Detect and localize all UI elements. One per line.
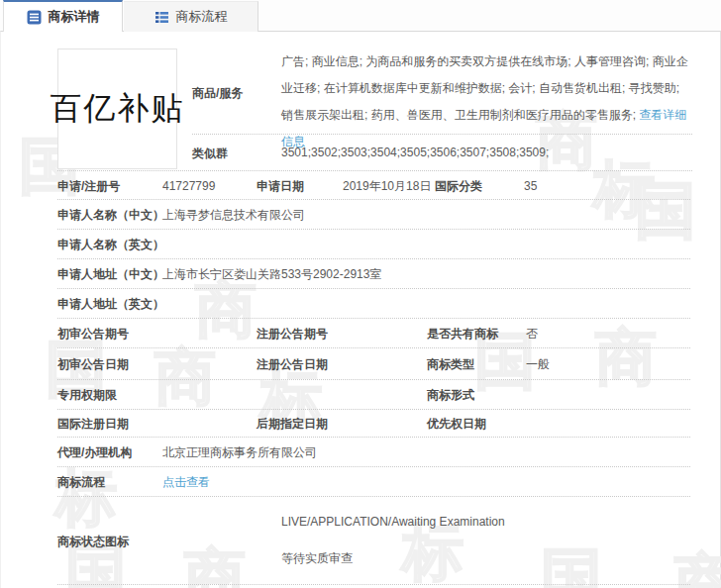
- mark-type-label: 商标类型: [427, 356, 474, 373]
- first-notice-no-label: 初审公告期号: [57, 326, 129, 343]
- applicant-cn-value: 上海寻梦信息技术有限公司: [162, 207, 305, 224]
- intl-class-label: 国际分类: [435, 177, 482, 194]
- apply-date-value: 2019年10月18日: [343, 177, 431, 194]
- reg-notice-date-label: 注册公告日期: [257, 356, 328, 373]
- shared-mark-value: 否: [526, 326, 538, 343]
- trademark-logo-text: 百亿补贴: [51, 87, 185, 131]
- field-row-address-cn: 申请人地址（中文） 上海市长宁区娄山关路533号2902-2913室: [1, 259, 720, 289]
- reg-notice-no-label: 注册公告期号: [257, 326, 328, 343]
- status-line-chinese: 等待实质审查: [281, 550, 353, 567]
- trademark-image: 百亿补贴: [57, 49, 177, 169]
- priority-date-label: 优先权日期: [427, 416, 486, 433]
- field-row-intl-dates: 国际注册日期 后期指定日期 优先权日期: [1, 410, 720, 438]
- intl-class-value: 35: [524, 179, 537, 193]
- tab-bar: 商标详情 商标流程: [0, 0, 721, 31]
- tab-trademark-process[interactable]: 商标流程: [124, 1, 258, 32]
- tab-process-label: 商标流程: [176, 8, 228, 26]
- similar-group-label: 类似群: [192, 146, 228, 162]
- address-cn-label: 申请人地址（中文）: [57, 266, 164, 283]
- field-row-agency: 代理/办理机构 北京正理商标事务所有限公司: [1, 438, 720, 467]
- reg-number-value: 41727799: [162, 179, 215, 193]
- applicant-cn-label: 申请人名称（中文）: [57, 207, 164, 224]
- field-row-process: 商标流程 点击查看: [1, 467, 720, 497]
- mark-form-label: 商标形式: [427, 387, 474, 404]
- field-row-exclusive-period: 专用权期限 商标形式: [1, 380, 720, 410]
- applicant-en-label: 申请人名称（英文）: [57, 237, 164, 253]
- status-label: 商标状态图标: [57, 533, 129, 549]
- status-line-english: LIVE/APPLICATION/Awaiting Examination: [281, 515, 505, 529]
- field-row-address-en: 申请人地址（英文）: [1, 289, 720, 319]
- address-en-label: 申请人地址（英文）: [57, 296, 164, 313]
- field-row-status: 商标状态图标 LIVE/APPLICATION/Awaiting Examina…: [1, 497, 720, 585]
- process-label: 商标流程: [57, 474, 105, 491]
- address-cn-value: 上海市长宁区娄山关路533号2902-2913室: [162, 266, 381, 283]
- process-view-link[interactable]: 点击查看: [162, 474, 210, 491]
- goods-services-text: 广告; 商业信息; 为商品和服务的买卖双方提供在线市场; 人事管理咨询; 商业企…: [281, 49, 693, 155]
- similar-group-value: 3501;3502;3503;3504;3505;3506;3507;3508;…: [281, 146, 549, 159]
- field-row-notice-numbers: 初审公告期号 注册公告期号 是否共有商标 否: [1, 319, 720, 348]
- clipboard-list-icon: [27, 10, 42, 25]
- goods-services-label: 商品/服务: [192, 85, 243, 102]
- tab-details-label: 商标详情: [49, 8, 100, 26]
- mark-overview-section: 百亿补贴 商品/服务 广告; 商业信息; 为商品和服务的买卖双方提供在线市场; …: [1, 32, 720, 171]
- list-icon: [154, 10, 169, 25]
- agency-label: 代理/办理机构: [57, 444, 132, 461]
- field-row-applicant-name-en: 申请人名称（英文）: [1, 230, 720, 259]
- apply-date-label: 申请日期: [257, 177, 304, 194]
- shared-mark-label: 是否共有商标: [427, 326, 498, 343]
- exclusive-period-label: 专用权期限: [57, 387, 117, 404]
- mark-type-value: 一般: [526, 356, 550, 373]
- field-row-notice-dates: 初审公告日期 注册公告日期 商标类型 一般: [1, 348, 720, 380]
- row-divider: [192, 134, 692, 135]
- goods-services-description: 广告; 商业信息; 为商品和服务的买卖双方提供在线市场; 人事管理咨询; 商业企…: [281, 54, 688, 122]
- field-row-applicant-name-cn: 申请人名称（中文） 上海寻梦信息技术有限公司: [1, 200, 720, 230]
- first-notice-date-label: 初审公告日期: [57, 356, 129, 373]
- agency-value: 北京正理商标事务所有限公司: [162, 444, 317, 461]
- reg-number-label: 申请/注册号: [57, 177, 120, 194]
- trademark-detail-panel: 国 商 标 国 商 国 商 标 国 商 标 国 商 标 国 商 百亿补贴 商品/…: [0, 31, 721, 588]
- field-row-registration: 申请/注册号 41727799 申请日期 2019年10月18日 国际分类 35: [1, 171, 720, 200]
- intl-reg-date-label: 国际注册日期: [57, 416, 129, 433]
- tab-trademark-details[interactable]: 商标详情: [3, 0, 123, 32]
- later-designation-date-label: 后期指定日期: [257, 416, 328, 433]
